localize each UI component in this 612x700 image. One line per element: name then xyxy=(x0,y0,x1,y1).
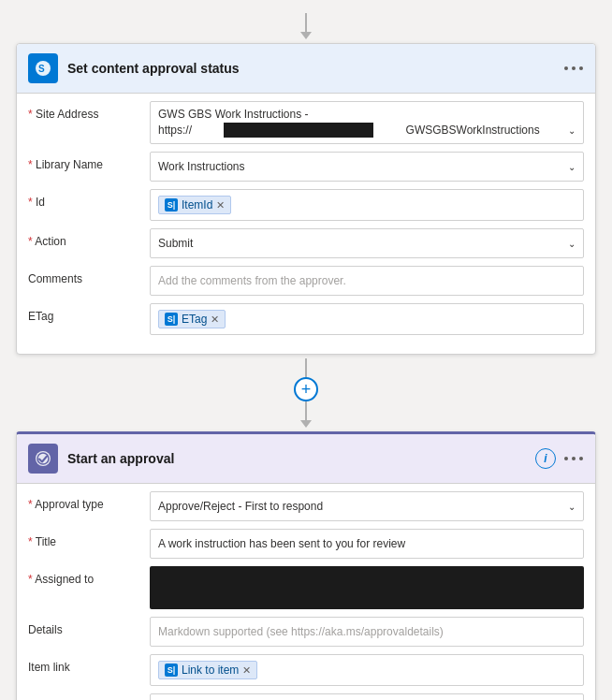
card2-header: Start an approval i xyxy=(17,434,595,484)
add-step-button[interactable]: + xyxy=(294,377,318,401)
item-link-desc-label: Item link description xyxy=(28,693,150,700)
approval-type-dropdown[interactable]: Approve/Reject - First to respond ⌄ xyxy=(150,491,584,521)
assigned-to-row: Assigned to xyxy=(28,566,584,609)
etag-remove[interactable]: ✕ xyxy=(211,314,219,326)
details-label: Details xyxy=(28,617,150,636)
item-link-row: Item link S| Link to item ✕ xyxy=(28,654,584,686)
site-address-line2: https:// GWSGBSWorkInstructions ⌄ xyxy=(158,123,576,138)
etag-value: S| ETag ✕ xyxy=(150,303,584,335)
sp-icon: S| xyxy=(165,198,178,211)
approval-icon xyxy=(28,444,58,474)
details-value: Markdown supported (see https://aka.ms/a… xyxy=(150,617,584,647)
id-value: S| ItemId ✕ xyxy=(150,189,584,221)
etag-label: ETag xyxy=(28,303,150,323)
library-name-dropdown[interactable]: Work Instructions ⌄ xyxy=(150,152,584,182)
card1-menu-button[interactable] xyxy=(563,66,584,71)
action-label: Action xyxy=(28,228,150,248)
title-value: A work instruction has been sent to you … xyxy=(150,529,584,559)
id-row: Id S| ItemId ✕ xyxy=(28,189,584,221)
etag-row: ETag S| ETag ✕ xyxy=(28,303,584,335)
id-input[interactable]: S| ItemId ✕ xyxy=(150,189,584,221)
set-content-approval-card: S Set content approval status Site Addre… xyxy=(16,43,596,355)
card1-body: Site Address GWS GBS Work Instructions -… xyxy=(17,94,595,354)
library-name-label: Library Name xyxy=(28,152,150,171)
svg-text:S: S xyxy=(38,64,45,74)
item-link-input[interactable]: S| Link to item ✕ xyxy=(150,654,584,686)
comments-value: Add the comments from the approver. xyxy=(150,266,584,296)
comments-label: Comments xyxy=(28,266,150,285)
redacted-url xyxy=(224,123,373,138)
site-address-row: Site Address GWS GBS Work Instructions -… xyxy=(28,101,584,144)
start-approval-card: Start an approval i Approval type Approv… xyxy=(16,431,596,700)
card1-header: S Set content approval status xyxy=(17,44,595,94)
action-row: Action Submit ⌄ xyxy=(28,228,584,258)
card1-title: Set content approval status xyxy=(67,61,563,76)
approval-type-value: Approve/Reject - First to respond ⌄ xyxy=(150,491,584,521)
card2-body: Approval type Approve/Reject - First to … xyxy=(17,484,595,700)
item-link-value: S| Link to item ✕ xyxy=(150,654,584,686)
link-to-item-token[interactable]: S| Link to item ✕ xyxy=(158,661,257,679)
middle-connector: + xyxy=(294,358,318,428)
assigned-to-value xyxy=(150,566,584,609)
id-label: Id xyxy=(28,189,150,209)
item-link-desc-input[interactable]: S| DisplayName ✕ xyxy=(150,693,584,700)
link-to-item-remove[interactable]: ✕ xyxy=(242,664,251,677)
etag-token[interactable]: S| ETag ✕ xyxy=(158,310,226,328)
site-address-line1: GWS GBS Work Instructions - xyxy=(158,108,576,121)
approval-type-caret: ⌄ xyxy=(568,502,576,512)
item-link-label: Item link xyxy=(28,654,150,674)
library-name-caret: ⌄ xyxy=(568,162,576,172)
sp-icon-etag: S| xyxy=(165,313,178,326)
item-link-desc-value: S| DisplayName ✕ xyxy=(150,693,584,700)
title-row: Title A work instruction has been sent t… xyxy=(28,529,584,559)
item-link-desc-row: Item link description S| DisplayName ✕ xyxy=(28,693,584,700)
action-caret: ⌄ xyxy=(568,239,576,249)
comments-input[interactable]: Add the comments from the approver. xyxy=(150,266,584,296)
details-input[interactable]: Markdown supported (see https://aka.ms/a… xyxy=(150,617,584,647)
site-address-suffix: GWSGBSWorkInstructions xyxy=(406,124,540,137)
action-dropdown[interactable]: Submit ⌄ xyxy=(150,228,584,258)
assigned-to-label: Assigned to xyxy=(28,566,150,586)
top-connector xyxy=(300,13,312,39)
itemid-remove[interactable]: ✕ xyxy=(216,199,225,211)
approval-type-row: Approval type Approve/Reject - First to … xyxy=(28,491,584,521)
details-row: Details Markdown supported (see https://… xyxy=(28,617,584,647)
title-input[interactable]: A work instruction has been sent to you … xyxy=(150,529,584,559)
approval-type-label: Approval type xyxy=(28,491,150,511)
site-address-box[interactable]: GWS GBS Work Instructions - https:// GWS… xyxy=(150,101,584,144)
site-address-caret[interactable]: ⌄ xyxy=(568,125,576,136)
https-prefix: https:// xyxy=(158,124,192,137)
card2-menu-button[interactable] xyxy=(563,456,584,461)
assigned-to-redacted[interactable] xyxy=(150,566,584,609)
info-button[interactable]: i xyxy=(535,448,556,469)
title-label: Title xyxy=(28,529,150,548)
itemid-token[interactable]: S| ItemId ✕ xyxy=(158,196,231,214)
card2-title: Start an approval xyxy=(67,451,535,466)
comments-row: Comments Add the comments from the appro… xyxy=(28,266,584,296)
sharepoint-icon: S xyxy=(28,53,58,83)
action-value: Submit ⌄ xyxy=(150,228,584,258)
site-address-value: GWS GBS Work Instructions - https:// GWS… xyxy=(150,101,584,144)
site-address-label: Site Address xyxy=(28,101,150,121)
library-name-value: Work Instructions ⌄ xyxy=(150,152,584,182)
library-name-row: Library Name Work Instructions ⌄ xyxy=(28,152,584,182)
sp-icon-link: S| xyxy=(165,664,178,677)
etag-input[interactable]: S| ETag ✕ xyxy=(150,303,584,335)
